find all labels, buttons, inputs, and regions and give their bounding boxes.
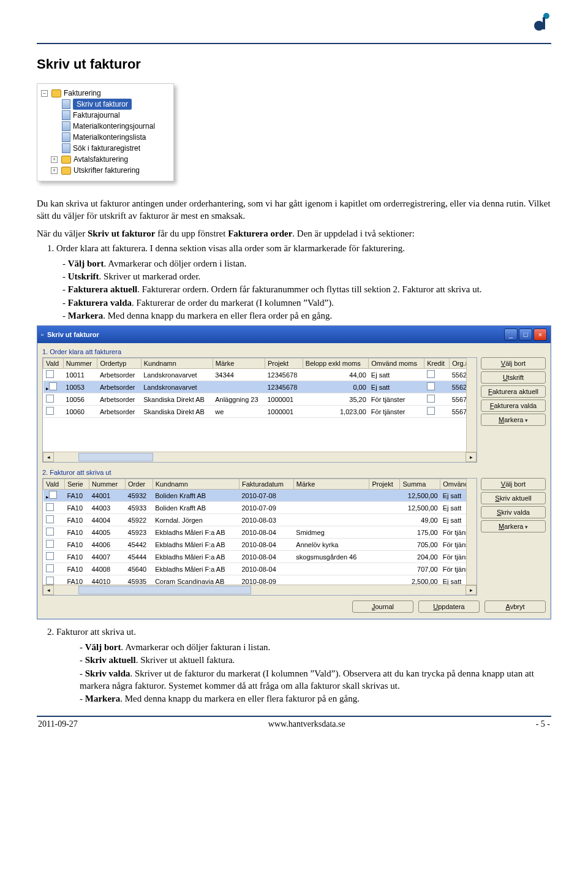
bullet-item: Markera. Med denna knapp du markera en e… [80, 692, 551, 705]
footer-date: 2011-09-27 [38, 719, 78, 729]
tree-item[interactable]: Avtalsfakturering [74, 154, 128, 165]
section-1-label: 1. Order klara att fakturera [42, 348, 546, 355]
maximize-button[interactable]: □ [519, 328, 532, 341]
tree-root[interactable]: Fakturering [64, 88, 101, 99]
button-markera[interactable]: Markera [481, 414, 546, 426]
bullet-item: Välj bort. Avmarkerar och döljer ordern … [62, 257, 551, 270]
hscrollbar[interactable]: ◂▸ [43, 585, 477, 595]
col-header[interactable]: Omvänd moms [369, 358, 424, 369]
folder-icon [51, 89, 61, 97]
col-header[interactable]: Projekt [265, 358, 303, 369]
button-fakturera-valda[interactable]: Fakturera valda [481, 400, 546, 412]
orders-buttons: Välj bortUtskriftFakturera aktuellFaktur… [481, 357, 546, 463]
section-1-bullets: Välj bort. Avmarkerar och döljer ordern … [62, 257, 551, 322]
button-uppdatera[interactable]: Uppdatera [418, 600, 480, 613]
bullet-item: Fakturera valda. Fakturerar de order du … [62, 297, 551, 309]
tree-item[interactable]: Utskrifter fakturering [74, 165, 140, 176]
grid-orders[interactable]: ValdNummerOrdertypKundnamnMärkeProjektBe… [42, 357, 477, 463]
table-row[interactable]: FA104400145932Boliden Krafft AB2010-07-0… [43, 490, 477, 502]
table-row[interactable]: FA104400445922Korndal. Jörgen2010-08-034… [43, 514, 477, 526]
table-row[interactable]: 10056ArbetsorderSkandiska Direkt ABAnläg… [43, 393, 477, 406]
logo [533, 12, 551, 34]
header-rule [37, 43, 551, 44]
window-title: Skriv ut fakturor [47, 331, 99, 338]
app-icon: ▫ [41, 331, 43, 338]
button-avbryt[interactable]: Avbryt [484, 600, 546, 613]
col-header[interactable]: Märke [293, 479, 369, 490]
button-skriv-aktuell[interactable]: Skriv aktuell [481, 492, 546, 504]
col-header[interactable]: Fakturadatum [239, 479, 293, 490]
doc-icon [62, 110, 70, 120]
button-välj-bort[interactable]: Välj bort [481, 478, 546, 490]
invoices-buttons: Välj bortSkriv aktuellSkriv valdaMarkera [481, 478, 546, 596]
bottom-buttons: JournalUppdateraAvbryt [42, 600, 546, 613]
hscrollbar[interactable]: ◂▸ [43, 452, 477, 462]
grid-invoices[interactable]: ValdSerieNummerOrderKundnamnFakturadatum… [42, 478, 477, 596]
table-row[interactable]: FA104400545923Ekbladhs Måleri F:a AB2010… [43, 526, 477, 539]
table-row[interactable]: 10011ArbetsorderLandskronavarvet34344123… [43, 369, 477, 381]
intro-p1: Du kan skriva ut fakturor antingen under… [37, 197, 551, 222]
tree-item[interactable]: Sök i fakturaregistret [73, 143, 140, 154]
col-header[interactable]: Kredit [424, 358, 450, 369]
table-row[interactable]: 10053ArbetsorderLandskronavarvet12345678… [43, 381, 477, 393]
button-skriv-valda[interactable]: Skriv valda [481, 506, 546, 518]
footer-page: - 5 - [536, 719, 550, 729]
table-row[interactable]: FA104400345933Boliden Krafft AB2010-07-0… [43, 502, 477, 514]
col-header[interactable]: Märke [213, 358, 265, 369]
button-utskrift[interactable]: Utskrift [481, 371, 546, 384]
col-header[interactable]: Nummer [89, 479, 125, 490]
table-row[interactable]: FA104400845640Ekbladhs Måleri F:a AB2010… [43, 563, 477, 575]
col-header[interactable]: Kundnamn [153, 479, 239, 490]
table-row[interactable]: FA104400645442Ekbladhs Måleri F:a AB2010… [43, 539, 477, 551]
vscrollbar[interactable] [466, 479, 477, 585]
doc-icon [62, 121, 70, 131]
vscrollbar[interactable] [466, 358, 477, 452]
section-1-list: Order klara att fakturera. I denna sekti… [48, 243, 551, 254]
bullet-item: Skriv valda. Skriver ut de fakturor du m… [80, 667, 551, 692]
table-row[interactable]: FA104400745444Ekbladhs Måleri F:a AB2010… [43, 551, 477, 563]
doc-icon [62, 143, 70, 153]
col-header[interactable]: Kundnamn [141, 358, 213, 369]
col-header[interactable]: Order [126, 479, 153, 490]
col-header[interactable]: Projekt [369, 479, 400, 490]
footer-rule [37, 716, 551, 717]
doc-icon [62, 99, 70, 109]
col-header[interactable]: Vald [43, 479, 65, 490]
section-2-item: Fakturor att skriva ut. [56, 627, 551, 637]
app-window: ▫Skriv ut fakturor _ □ × 1. Order klara … [37, 325, 551, 619]
tree-item-selected[interactable]: Skriv ut fakturor [73, 99, 132, 110]
table-row[interactable]: 10060ArbetsorderSkandiska Direkt ABwe100… [43, 406, 477, 418]
tree-item[interactable]: Materialkonteringslista [73, 132, 146, 143]
nav-tree: –Fakturering Skriv ut fakturor Fakturajo… [37, 83, 174, 181]
tree-item[interactable]: Materialkonteringsjournal [73, 121, 155, 132]
bullet-item: Utskrift. Skriver ut markerad order. [62, 270, 551, 282]
col-header[interactable]: Serie [64, 479, 89, 490]
close-button[interactable]: × [533, 328, 547, 341]
button-välj-bort[interactable]: Välj bort [481, 357, 546, 369]
col-header[interactable]: Vald [43, 358, 64, 369]
bullet-item: Skriv aktuell. Skriver ut aktuell faktur… [80, 654, 551, 666]
expand-icon[interactable]: + [51, 156, 58, 163]
col-header[interactable]: Belopp exkl moms [303, 358, 369, 369]
svg-rect-2 [543, 17, 545, 29]
folder-icon [61, 156, 71, 164]
section-2-bullets: Välj bort. Avmarkerar och döljer faktura… [80, 641, 551, 705]
footer-url: www.hantverksdata.se [268, 719, 345, 729]
col-header[interactable]: Ordertyp [97, 358, 141, 369]
bullet-item: Markera. Med denna knapp du markera en e… [62, 309, 551, 322]
button-fakturera-aktuell[interactable]: Fakturera aktuell [481, 385, 546, 398]
button-markera[interactable]: Markera [481, 520, 546, 532]
col-header[interactable]: Summa [400, 479, 440, 490]
button-journal[interactable]: Journal [352, 600, 413, 613]
minimize-button[interactable]: _ [504, 328, 518, 341]
page-title: Skriv ut fakturor [37, 56, 551, 72]
expand-icon[interactable]: + [51, 167, 58, 174]
doc-icon [62, 132, 70, 142]
page-footer: 2011-09-27 www.hantverksdata.se - 5 - [37, 719, 551, 734]
bullet-item: Fakturera aktuell. Fakturerar ordern. Or… [62, 283, 551, 295]
col-header[interactable]: Nummer [63, 358, 97, 369]
section-2-list: Fakturor att skriva ut. [48, 627, 551, 637]
intro-p2: När du väljer Skriv ut fakturor får du u… [37, 227, 551, 240]
collapse-icon[interactable]: – [41, 90, 48, 97]
tree-item[interactable]: Fakturajournal [73, 110, 120, 121]
